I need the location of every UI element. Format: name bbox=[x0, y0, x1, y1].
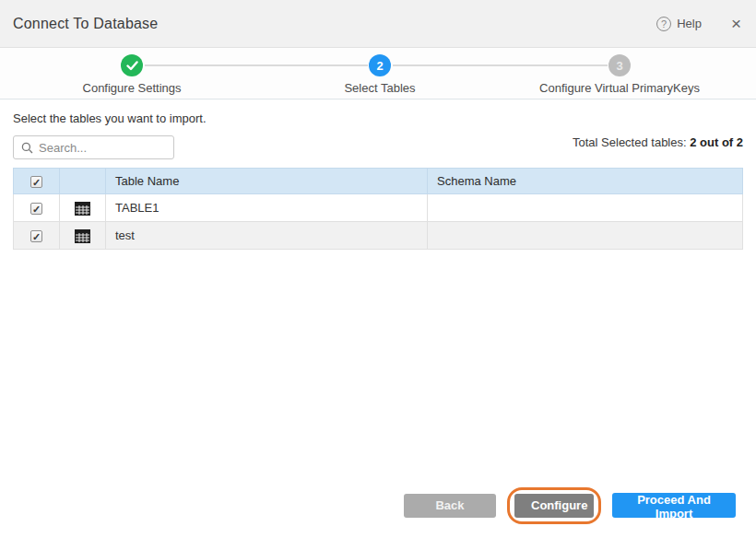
table-name-cell: test bbox=[106, 222, 428, 250]
table-header-row: ✓ Table Name Schema Name bbox=[14, 169, 743, 194]
step-3-circle: 3 bbox=[608, 54, 631, 76]
icon-column-header bbox=[60, 169, 106, 194]
check-icon bbox=[126, 61, 138, 71]
table-row[interactable]: ✓ test bbox=[14, 222, 743, 250]
instruction-text: Select the tables you want to import. bbox=[13, 111, 207, 125]
dialog-title: Connect To Database bbox=[13, 16, 158, 32]
table-grid-icon bbox=[75, 229, 90, 243]
search-input[interactable] bbox=[39, 141, 166, 155]
step-1-label: Configure Settings bbox=[83, 81, 182, 95]
schema-name-cell bbox=[428, 222, 743, 250]
footer-actions: Back Configure Proceed And Import bbox=[404, 493, 736, 518]
summary-count: 2 out of 2 bbox=[690, 135, 743, 149]
search-icon bbox=[21, 142, 33, 154]
close-icon[interactable]: × bbox=[731, 15, 741, 32]
connect-to-database-dialog: Connect To Database ? Help × Configure S… bbox=[0, 0, 756, 538]
select-all-checkbox[interactable]: ✓ bbox=[30, 176, 42, 188]
column-header-schema-name: Schema Name bbox=[428, 169, 743, 194]
back-button[interactable]: Back bbox=[404, 494, 496, 518]
step-3-label: Configure Virtual PrimaryKeys bbox=[539, 81, 700, 95]
selected-tables-summary: Total Selected tables: 2 out of 2 bbox=[573, 135, 743, 149]
configure-button[interactable]: Configure bbox=[514, 494, 594, 518]
row-checkbox[interactable]: ✓ bbox=[30, 203, 42, 215]
proceed-and-import-button[interactable]: Proceed And Import bbox=[612, 493, 736, 518]
stepper-connector bbox=[145, 64, 368, 66]
table-grid-icon bbox=[75, 202, 90, 216]
help-question-icon: ? bbox=[656, 17, 671, 31]
dialog-titlebar: Connect To Database ? Help × bbox=[0, 0, 756, 48]
summary-label: Total Selected tables: bbox=[573, 135, 690, 149]
row-checkbox[interactable]: ✓ bbox=[30, 230, 42, 242]
tables-list: ✓ Table Name Schema Name ✓ bbox=[13, 168, 743, 250]
step-2-circle: 2 bbox=[369, 54, 391, 76]
search-box[interactable] bbox=[13, 135, 174, 159]
step-1-circle bbox=[121, 54, 143, 76]
help-button[interactable]: ? Help bbox=[656, 17, 702, 31]
help-label: Help bbox=[677, 17, 702, 30]
column-header-table-name: Table Name bbox=[106, 169, 428, 194]
step-2-label: Select Tables bbox=[344, 81, 415, 95]
table-name-cell: TABLE1 bbox=[106, 194, 428, 222]
stepper-connector bbox=[393, 64, 608, 66]
schema-name-cell bbox=[428, 194, 743, 222]
wizard-stepper: Configure Settings 2 Select Tables 3 Con… bbox=[0, 48, 756, 99]
table-row[interactable]: ✓ TABLE1 bbox=[14, 194, 743, 222]
